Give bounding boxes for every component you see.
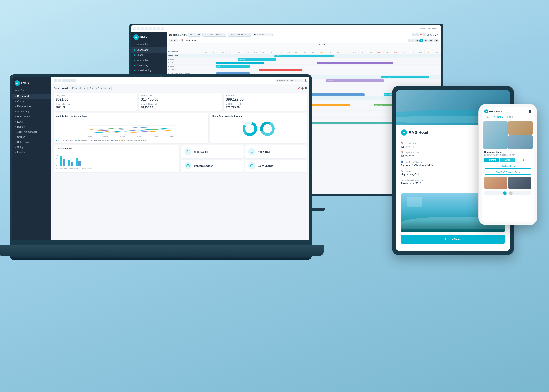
property-select[interactable]: Rancho Relaxo ▾ [87,86,112,90]
dot-hk [14,116,16,117]
dot-util [14,136,16,138]
gantt-row-es01b: Ranch 1225.00 [202,61,441,65]
label-dashboard: Dashboard [17,95,29,98]
tab-future[interactable]: Future [506,115,515,119]
laptop-reservation-search[interactable] [275,79,303,82]
label-asset: Asset Maintenance [17,131,37,133]
book-now-button[interactable]: Book Now [401,235,505,244]
view-180[interactable]: 180 [434,39,439,42]
label-eom: EOM [17,120,22,123]
stats-grid: Daily Total $621.00 Daily Online Total $… [54,92,307,111]
plus-icon[interactable]: ➕ [301,87,304,90]
view-60[interactable]: 60 [424,39,428,42]
view-14[interactable]: 14 [415,39,419,42]
contactless-label: Contactless Check In [499,165,517,167]
daily-charge-card[interactable]: Daily Charge [245,160,307,172]
occ-cell-9: 2% [268,50,276,54]
refresh-icon: ↻ [430,33,432,36]
legend-b: B Rooms [138,139,147,141]
dashboard-header: Dashboard Financial Rancho Relaxo ▾ 📌 ➕ … [54,86,307,90]
monitor-sidebar-housekeeping[interactable]: Housekeeping [131,68,167,73]
laptop-logo-icon: ▶ [14,80,20,86]
label-sales: Sales Lead [17,141,29,143]
night-audit-card[interactable]: Night Audit [181,146,244,158]
laptop-sidebar-accounting[interactable]: Accounting › [12,109,51,114]
topbar-icons [54,79,77,82]
phone-header: ▶ RMS Hotel ☰ [482,107,534,115]
stat-ytd: YTD Total $99,127.00 YTD Online Total $7… [224,92,307,111]
view-7[interactable]: 7 [411,39,414,42]
balance-select[interactable]: Last Name Balance [202,33,226,37]
debtors-ledger-card[interactable]: Debtors Ledger [181,160,244,172]
financial-select[interactable]: Financial [70,86,86,90]
moon-icon [186,150,190,154]
view-30[interactable]: 30 [419,39,423,42]
tab-past[interactable]: Past [484,115,492,119]
svg-text:Sep 2020: Sep 2020 [154,135,159,137]
laptop-sidebar-charts[interactable]: Charts › [12,99,51,104]
tab-present[interactable]: Present (2) [492,115,506,119]
prev-icon[interactable]: ‹ [179,39,180,42]
user-icon[interactable]: 👤 [304,79,307,82]
today-button[interactable]: Today [169,39,178,42]
phone: ▶ RMS Hotel ☰ Past Present (2) Future [479,104,537,225]
contactless-btn[interactable]: Contactless Check In [484,164,531,168]
sidebar-dot-res [134,60,135,61]
person-icon: ⊕ [427,33,429,36]
rmsu-select[interactable]: RMSU [188,33,201,37]
bar-seg3-a [76,158,78,166]
occ-cell-20: 49% [359,50,367,54]
stat-ytd-label: YTD Total [226,94,305,97]
laptop-sidebar-dashboard[interactable]: Dashboard [12,94,51,99]
stat-monthly-online-label: Monthly Online Total [141,103,220,105]
occ-cell-22: 100% [375,50,383,54]
debtors-icon-bg [184,162,191,169]
svg-rect-18 [187,164,190,167]
occ-cell-25: 25% [400,50,408,54]
laptop-sidebar-reservations[interactable]: Reservations › [12,104,51,109]
occ-cell-13: 8% [301,50,309,54]
laptop-camera [160,76,162,77]
view-100[interactable]: 100 [429,39,433,42]
svg-text:May 2020: May 2020 [120,135,126,137]
bar-ranch: Ranch 1225.00 [216,62,264,64]
hamburger-icon[interactable]: ☰ [529,110,531,113]
status-select[interactable]: Reservation Status [228,33,251,37]
monitor-sidebar-accounting[interactable]: Accounting › [131,63,167,68]
label-charts: Charts [17,100,24,103]
occ-cell-15: 75% [317,50,326,54]
laptop-sidebar-eom[interactable]: EOM [12,119,51,124]
stat-daily-value: $621.00 [56,98,135,102]
laptop-sidebar-sales[interactable]: Sales Lead [12,140,51,145]
bars-container [60,156,177,166]
label-setup: Setup [17,146,23,148]
monitor-sidebar-charts[interactable]: Charts › [131,53,167,58]
close-button[interactable]: ✕ [516,158,531,162]
view-1[interactable]: 1 [408,39,411,42]
laptop-sidebar-asset[interactable]: Asset Maintenance › [12,129,51,134]
audit-trail-card[interactable]: Audit Trail [245,146,307,158]
sign-form-btn[interactable]: Sign IGNS Statement Form [484,170,531,175]
monitor-sidebar-dashboard[interactable]: Dashboard [131,48,167,53]
laptop-screen: ▶ RMS Menu Search... Dashboard Charts › … [12,77,310,239]
laptop-sidebar-utilities[interactable]: Utilities [12,134,51,140]
label-rep: Reports [17,126,26,128]
settings-icon [423,33,426,36]
toggle-2[interactable] [509,191,531,196]
monitor-sidebar-reservations[interactable]: Reservations › [131,58,167,63]
pin-icon[interactable]: 📌 [297,87,300,90]
dates-button[interactable]: Dates [500,158,515,162]
phone-logo-icon: ▶ [484,109,488,113]
settings-icon[interactable]: ⚙ [305,87,307,90]
next-icon[interactable]: › [184,39,185,42]
laptop-sidebar-housekeeping[interactable]: Housekeeping [12,114,51,119]
monitor-brand-name: RMS [140,35,147,39]
laptop-sidebar-loyalty[interactable]: Loyalty [12,150,51,155]
toggle-1[interactable] [484,191,507,196]
payment-button[interactable]: Payment [484,158,500,162]
laptop-menu-search[interactable]: Menu Search... [12,88,51,92]
filter-input[interactable] [255,34,271,36]
laptop-sidebar-setup[interactable]: Setup [12,145,51,150]
phone-bottom-images [482,176,534,190]
laptop-sidebar-reports[interactable]: Reports [12,124,51,129]
